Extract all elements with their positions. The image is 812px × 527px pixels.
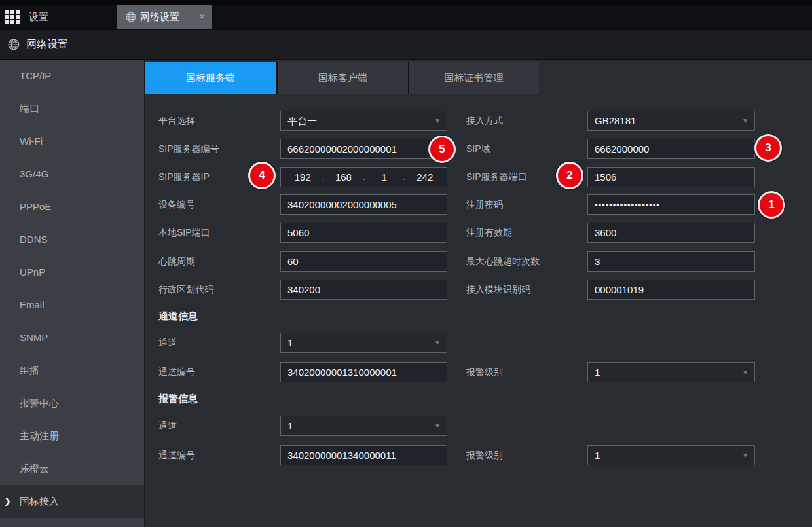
window-tabbar: 设置 网络设置 ×	[0, 5, 812, 29]
callout-badge-4: 4	[248, 162, 276, 189]
sip-server-id-label: SIP服务器编号	[158, 139, 219, 159]
tab-gb-cert-management[interactable]: 国标证书管理	[409, 62, 539, 94]
tab-network-settings-label: 网络设置	[140, 5, 179, 29]
tab-settings[interactable]: 设置	[29, 5, 48, 29]
page-header: 网络设置	[0, 30, 812, 60]
sidebar-item-multicast[interactable]: 组播	[0, 354, 144, 387]
alarm-channel-select[interactable]: 1 ▼	[280, 416, 447, 436]
sip-server-ip-input[interactable]: 192 . 168 . 1 . 242	[280, 167, 447, 187]
sidebar-item-lechange[interactable]: 乐橙云	[0, 452, 144, 485]
alarm-level-select-value: 1	[595, 367, 600, 378]
sidebar-item-alarm-center[interactable]: 报警中心	[0, 387, 144, 420]
sip-domain-label: SIP域	[466, 139, 490, 159]
sidebar-item-gb-access-label: 国标接入	[20, 496, 59, 507]
heartbeat-period-label: 心跳周期	[158, 251, 195, 272]
alarm-channel-id-label: 通道编号	[158, 445, 195, 465]
sidebar-item-auto-register[interactable]: 主动注册	[0, 420, 144, 452]
sip-server-port-label: SIP服务器端口	[466, 167, 527, 187]
register-valid-period-input[interactable]: 3600	[587, 223, 755, 243]
ip-octet-3[interactable]: 1	[365, 168, 403, 187]
admin-region-code-label: 行政区划代码	[158, 280, 213, 300]
app-window: 设置 网络设置 × 网络设置 TCP/IP 端口 Wi-Fi 3G/4G PPP…	[0, 0, 812, 527]
alarm-level-label: 报警级别	[466, 362, 503, 382]
access-mode-select-value: GB28181	[595, 115, 636, 126]
callout-badge-1: 1	[758, 191, 785, 219]
chevron-down-icon: ▼	[434, 333, 441, 352]
channel-id-label: 通道编号	[158, 362, 195, 382]
sip-domain-input[interactable]: 6662000000	[587, 139, 755, 159]
ip-octet-2[interactable]: 168	[324, 168, 363, 187]
chevron-down-icon: ▼	[742, 111, 748, 130]
alarm-level-select-2[interactable]: 1 ▼	[587, 445, 755, 465]
sidebar-item-wifi[interactable]: Wi-Fi	[0, 125, 144, 158]
channel-label: 通道	[158, 333, 177, 353]
globe-icon	[126, 12, 136, 22]
sidebar-item-gb-access[interactable]: ❯ 国标接入	[0, 485, 144, 518]
ip-octet-4[interactable]: 242	[405, 168, 444, 187]
main-content: 国标服务端 国标客户端 国标证书管理 平台选择 平台一 ▼ 接入方式 GB281…	[145, 60, 812, 527]
sidebar-item-port[interactable]: 端口	[0, 92, 144, 125]
register-password-input[interactable]: ••••••••••••••••••	[587, 194, 755, 215]
sidebar-item-3g4g[interactable]: 3G/4G	[0, 158, 144, 191]
sidebar-item-email[interactable]: Email	[0, 289, 144, 321]
channel-id-input[interactable]: 34020000001310000001	[280, 362, 447, 382]
callout-badge-5: 5	[428, 136, 456, 163]
window-top-strip	[0, 0, 812, 5]
channel-select[interactable]: 1 ▼	[280, 333, 447, 353]
access-mode-label: 接入方式	[466, 111, 503, 131]
sip-server-ip-label: SIP服务器IP	[158, 167, 210, 187]
sidebar-item-upnp[interactable]: UPnP	[0, 256, 144, 289]
alarm-level-select-2-value: 1	[595, 450, 600, 461]
sidebar-item-ddns[interactable]: DDNS	[0, 223, 144, 256]
access-module-id-input[interactable]: 000001019	[587, 280, 755, 300]
apps-grid-icon[interactable]	[5, 10, 20, 24]
platform-label: 平台选择	[158, 111, 195, 131]
sidebar-item-snmp[interactable]: SNMP	[0, 321, 144, 354]
chevron-down-icon: ▼	[434, 416, 441, 435]
alarm-info-section-title: 报警信息	[158, 392, 198, 405]
alarm-channel-select-value: 1	[287, 420, 293, 431]
chevron-down-icon: ▼	[742, 363, 748, 382]
sip-server-port-input[interactable]: 1506	[587, 167, 755, 187]
callout-badge-3: 3	[754, 134, 782, 162]
sidebar: TCP/IP 端口 Wi-Fi 3G/4G PPPoE DDNS UPnP Em…	[0, 60, 145, 527]
access-mode-select[interactable]: GB28181 ▼	[587, 111, 755, 131]
heartbeat-period-input[interactable]: 60	[280, 251, 447, 272]
alarm-level-select[interactable]: 1 ▼	[587, 362, 755, 382]
chevron-right-icon: ❯	[4, 485, 11, 518]
sip-server-id-input[interactable]: 66620000002000000001	[280, 139, 447, 159]
local-sip-port-input[interactable]: 5060	[280, 223, 447, 243]
page-title: 网络设置	[26, 30, 68, 59]
sidebar-item-pppoe[interactable]: PPPoE	[0, 191, 144, 223]
platform-select[interactable]: 平台一 ▼	[280, 111, 447, 131]
ip-octet-1[interactable]: 192	[284, 168, 322, 187]
device-id-label: 设备编号	[158, 194, 195, 215]
tab-gb-server[interactable]: 国标服务端	[145, 62, 276, 94]
admin-region-code-input[interactable]: 340200	[280, 280, 447, 300]
max-heartbeat-timeout-label: 最大心跳超时次数	[466, 251, 540, 272]
sidebar-item-tcpip[interactable]: TCP/IP	[0, 60, 144, 92]
chevron-down-icon: ▼	[742, 446, 748, 465]
globe-icon	[8, 39, 20, 50]
register-password-label: 注册密码	[466, 194, 503, 215]
alarm-channel-id-input[interactable]: 34020000001340000011	[280, 445, 447, 465]
local-sip-port-label: 本地SIP端口	[158, 223, 210, 243]
channel-info-section-title: 通道信息	[158, 310, 198, 323]
platform-select-value: 平台一	[287, 115, 317, 126]
register-valid-period-label: 注册有效期	[466, 223, 512, 243]
tab-gb-client[interactable]: 国标客户端	[278, 62, 408, 94]
close-icon[interactable]: ×	[199, 5, 205, 29]
device-id-input[interactable]: 34020000002000000005	[280, 194, 447, 215]
chevron-down-icon: ▼	[434, 111, 441, 130]
access-module-id-label: 接入模块识别码	[466, 280, 530, 300]
alarm-channel-label: 通道	[158, 416, 177, 436]
max-heartbeat-timeout-input[interactable]: 3	[587, 251, 755, 272]
alarm-level-label-2: 报警级别	[466, 445, 503, 465]
callout-badge-2: 2	[556, 162, 583, 189]
tab-network-settings[interactable]: 网络设置 ×	[117, 5, 212, 29]
channel-select-value: 1	[287, 337, 293, 348]
